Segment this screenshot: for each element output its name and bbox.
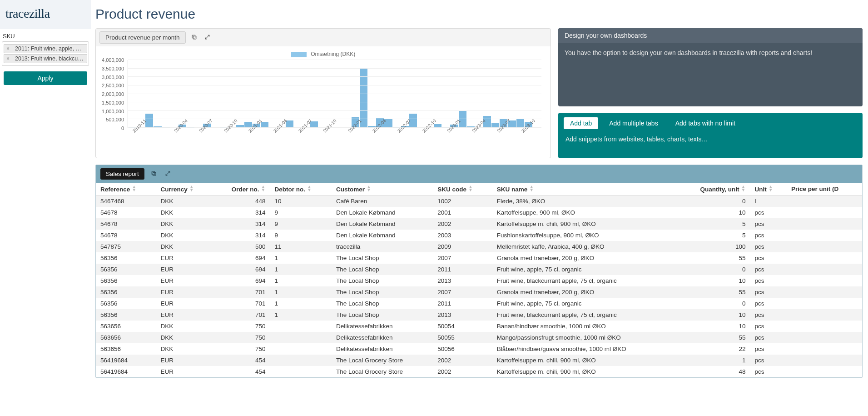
apply-button[interactable]: Apply <box>4 71 87 85</box>
table-cell <box>787 366 862 377</box>
chart-panel-title-tab[interactable]: Product revenue per month <box>99 31 186 44</box>
page-title: Product revenue <box>95 6 863 22</box>
table-row[interactable]: 56356EUR6941The Local Shop2011Fruit wine… <box>96 264 862 275</box>
table-cell <box>270 355 331 366</box>
table-cell: pcs <box>750 264 787 275</box>
table-cell: 22 <box>677 343 750 355</box>
grid-line <box>128 94 541 94</box>
svg-rect-0 <box>193 36 196 39</box>
chip-remove-icon[interactable]: × <box>4 55 12 63</box>
table-row[interactable]: 56419684EUR454The Local Grocery Store200… <box>96 355 862 366</box>
bar[interactable] <box>516 119 524 128</box>
table-cell: pcs <box>750 343 787 355</box>
copy-icon[interactable] <box>189 33 199 43</box>
table-header[interactable]: Debtor no.▲▼ <box>270 183 331 195</box>
table-header[interactable]: Currency▲▼ <box>156 183 213 195</box>
table-row[interactable]: 547875DKK50011tracezilla2009Mellemristet… <box>96 241 862 252</box>
table-cell: pcs <box>750 286 787 298</box>
design-dashboards-header: Design your own dashboards <box>558 28 863 43</box>
teal-tab[interactable]: Add multiple tabs <box>603 117 664 129</box>
sales-table-wrap[interactable]: Reference▲▼Currency▲▼Order no.▲▼Debtor n… <box>96 183 862 377</box>
table-cell: EUR <box>156 298 213 309</box>
table-cell: The Local Shop <box>332 286 433 298</box>
table-cell: pcs <box>750 309 787 321</box>
table-cell: 0 <box>677 298 750 309</box>
sales-table: Reference▲▼Currency▲▼Order no.▲▼Debtor n… <box>96 183 862 377</box>
table-header[interactable]: Reference▲▼ <box>96 183 156 195</box>
expand-icon[interactable] <box>203 33 212 43</box>
table-header[interactable]: SKU code▲▼ <box>433 183 492 195</box>
table-cell: 1 <box>270 252 331 264</box>
table-row[interactable]: 54678DKK3149Den Lokale Købmand2003Fushio… <box>96 230 862 241</box>
table-row[interactable]: 54678DKK3149Den Lokale Købmand2001Kartof… <box>96 207 862 218</box>
table-header[interactable]: Unit▲▼ <box>750 183 787 195</box>
table-cell: 54678 <box>96 230 156 241</box>
teal-tab[interactable]: Add tabs with no limit <box>669 117 742 129</box>
table-row[interactable]: 56356EUR7011The Local Shop2007Granola me… <box>96 286 862 298</box>
table-row[interactable]: 56419684EUR454The Local Grocery Store200… <box>96 366 862 377</box>
table-cell: Mellemristet kaffe, Arabica, 400 g, ØKO <box>492 241 678 252</box>
grid-line <box>128 110 541 111</box>
table-row[interactable]: 56356EUR7011The Local Shop2011Fruit wine… <box>96 298 862 309</box>
table-row[interactable]: 563656DKK750Delikatessefabrikken50054Ban… <box>96 321 862 332</box>
table-cell: tracezilla <box>332 241 433 252</box>
table-cell: 9 <box>270 207 331 218</box>
table-cell: 55 <box>677 332 750 343</box>
table-cell: Fruit wine, apple, 75 cl, organic <box>492 264 678 275</box>
table-cell <box>787 343 862 355</box>
sku-chip: ×2011: Fruit wine, apple, 75 cl, or… <box>4 44 87 53</box>
y-tick: 3,500,000 <box>102 66 124 71</box>
column-label: Reference <box>100 186 130 193</box>
column-label: Debtor no. <box>274 186 305 193</box>
chart-panel: Product revenue per month Omsætning (DKK… <box>95 28 551 158</box>
table-cell <box>787 195 862 207</box>
table-row[interactable]: 56356EUR7011The Local Shop2013Fruit wine… <box>96 309 862 321</box>
sales-report-title-tab[interactable]: Sales report <box>100 168 144 180</box>
chip-remove-icon[interactable]: × <box>4 45 12 53</box>
table-header[interactable]: Order no.▲▼ <box>213 183 270 195</box>
table-cell: 547875 <box>96 241 156 252</box>
table-cell: 100 <box>677 241 750 252</box>
table-cell: 10 <box>677 275 750 286</box>
chart-panel-header: Product revenue per month <box>96 29 551 46</box>
sku-label: SKU <box>2 33 89 40</box>
table-cell: 2013 <box>433 309 492 321</box>
table-cell: 2002 <box>433 366 492 377</box>
table-cell: EUR <box>156 309 213 321</box>
table-row[interactable]: 56356EUR6941The Local Shop2007Granola me… <box>96 252 862 264</box>
table-row[interactable]: 563656DKK750Delikatessefabrikken50055Man… <box>96 332 862 343</box>
table-row[interactable]: 56356EUR6941The Local Shop2013Fruit wine… <box>96 275 862 286</box>
table-header[interactable]: SKU name▲▼ <box>492 183 678 195</box>
y-tick: 2,500,000 <box>102 83 124 88</box>
copy-icon[interactable] <box>149 169 159 179</box>
teal-tab[interactable]: Add tab <box>564 117 598 129</box>
table-cell: Fruit wine, blackcurrant apple, 75 cl, o… <box>492 275 678 286</box>
table-header[interactable]: Quantity, unit▲▼ <box>677 183 750 195</box>
table-cell: 50056 <box>433 343 492 355</box>
table-cell: 563656 <box>96 332 156 343</box>
table-header[interactable]: Customer▲▼ <box>332 183 433 195</box>
table-cell: 701 <box>213 309 270 321</box>
teal-body: Add snippets from websites, tables, char… <box>564 135 857 143</box>
table-cell <box>787 218 862 230</box>
table-row[interactable]: 563656DKK750Delikatessefabrikken50056Blå… <box>96 343 862 355</box>
table-cell: Granola med tranebær, 200 g, ØKO <box>492 252 678 264</box>
table-cell <box>787 298 862 309</box>
table-cell: 454 <box>213 366 270 377</box>
table-cell: 2002 <box>433 218 492 230</box>
table-cell: 750 <box>213 343 270 355</box>
table-cell: Café Baren <box>332 195 433 207</box>
table-cell: Delikatessefabrikken <box>332 332 433 343</box>
expand-icon[interactable] <box>163 169 173 179</box>
table-row[interactable]: 5467468DKK44810Café Baren1002Fløde, 38%,… <box>96 195 862 207</box>
table-cell <box>270 321 331 332</box>
sku-chip-container[interactable]: ×2011: Fruit wine, apple, 75 cl, or…×201… <box>2 41 89 66</box>
table-row[interactable]: 54678DKK3149Den Lokale Købmand2002Kartof… <box>96 218 862 230</box>
table-cell: Banan/hindbær smoothie, 1000 ml ØKO <box>492 321 678 332</box>
table-cell: 56356 <box>96 264 156 275</box>
table-cell: pcs <box>750 230 787 241</box>
table-cell: Delikatessefabrikken <box>332 343 433 355</box>
table-cell: pcs <box>750 275 787 286</box>
table-header[interactable]: Price per unit (D <box>787 183 862 195</box>
table-cell: 56419684 <box>96 355 156 366</box>
